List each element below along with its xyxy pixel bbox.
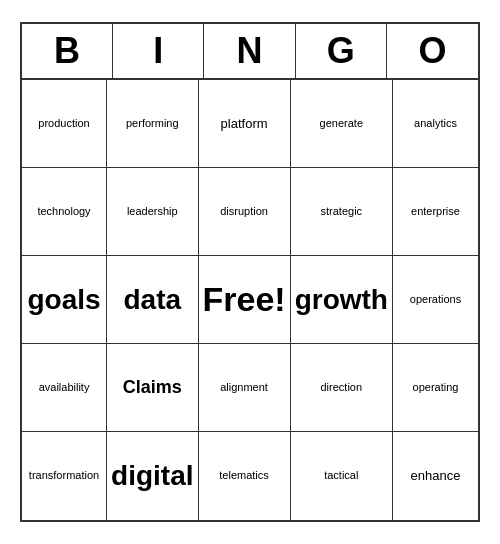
bingo-cell[interactable]: generate [291, 80, 393, 168]
cell-text: operating [413, 381, 459, 394]
cell-text: alignment [220, 381, 268, 394]
cell-text: performing [126, 117, 179, 130]
cell-text: enhance [411, 468, 461, 484]
cell-text: Free! [203, 279, 286, 320]
bingo-cell[interactable]: performing [107, 80, 198, 168]
bingo-cell[interactable]: enhance [393, 432, 478, 520]
bingo-cell[interactable]: analytics [393, 80, 478, 168]
bingo-cell[interactable]: operations [393, 256, 478, 344]
bingo-header: BINGO [22, 24, 478, 80]
bingo-cell[interactable]: production [22, 80, 107, 168]
bingo-cell[interactable]: tactical [291, 432, 393, 520]
cell-text: generate [320, 117, 363, 130]
cell-text: direction [321, 381, 363, 394]
cell-text: Claims [123, 377, 182, 399]
cell-text: transformation [29, 469, 99, 482]
bingo-cell[interactable]: technology [22, 168, 107, 256]
bingo-cell[interactable]: alignment [199, 344, 291, 432]
bingo-cell[interactable]: digital [107, 432, 198, 520]
bingo-cell[interactable]: transformation [22, 432, 107, 520]
cell-text: leadership [127, 205, 178, 218]
bingo-cell[interactable]: availability [22, 344, 107, 432]
cell-text: technology [37, 205, 90, 218]
header-letter: G [296, 24, 387, 78]
cell-text: production [38, 117, 89, 130]
bingo-cell[interactable]: operating [393, 344, 478, 432]
bingo-cell[interactable]: disruption [199, 168, 291, 256]
header-letter: O [387, 24, 478, 78]
cell-text: analytics [414, 117, 457, 130]
bingo-cell[interactable]: strategic [291, 168, 393, 256]
cell-text: disruption [220, 205, 268, 218]
bingo-cell[interactable]: platform [199, 80, 291, 168]
bingo-cell[interactable]: goals [22, 256, 107, 344]
cell-text: tactical [324, 469, 358, 482]
cell-text: platform [221, 116, 268, 132]
cell-text: strategic [321, 205, 363, 218]
bingo-cell[interactable]: leadership [107, 168, 198, 256]
cell-text: data [123, 283, 181, 317]
bingo-cell[interactable]: Free! [199, 256, 291, 344]
bingo-cell[interactable]: direction [291, 344, 393, 432]
bingo-cell[interactable]: Claims [107, 344, 198, 432]
cell-text: telematics [219, 469, 269, 482]
header-letter: N [204, 24, 295, 78]
cell-text: goals [27, 283, 100, 317]
bingo-grid: productionperformingplatformgenerateanal… [22, 80, 478, 520]
bingo-card: BINGO productionperformingplatformgenera… [20, 22, 480, 522]
header-letter: B [22, 24, 113, 78]
bingo-cell[interactable]: enterprise [393, 168, 478, 256]
header-letter: I [113, 24, 204, 78]
cell-text: enterprise [411, 205, 460, 218]
cell-text: digital [111, 459, 193, 493]
bingo-cell[interactable]: telematics [199, 432, 291, 520]
cell-text: operations [410, 293, 461, 306]
cell-text: growth [295, 283, 388, 317]
cell-text: availability [39, 381, 90, 394]
bingo-cell[interactable]: growth [291, 256, 393, 344]
bingo-cell[interactable]: data [107, 256, 198, 344]
